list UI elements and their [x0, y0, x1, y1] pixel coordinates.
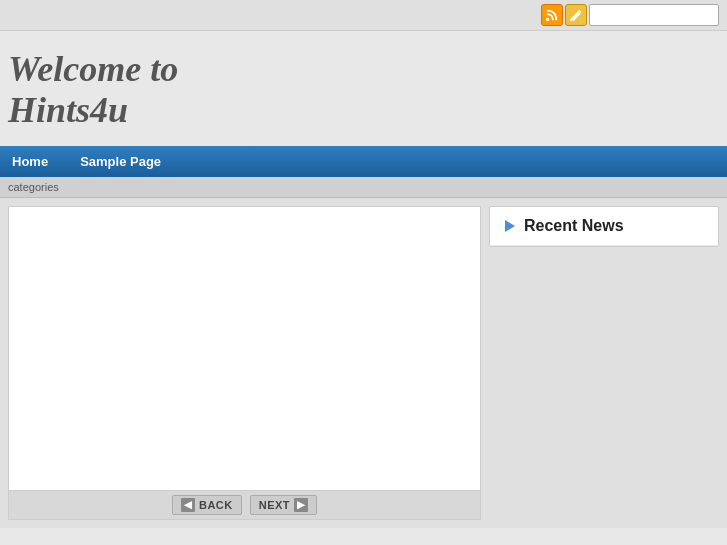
- blue-arrow-icon: [505, 220, 515, 232]
- categories-bar: categories: [0, 177, 727, 198]
- next-button[interactable]: NEXT ▶: [250, 495, 317, 515]
- main-content-box: [8, 206, 481, 491]
- site-title: Welcome to Hints4u: [8, 49, 715, 132]
- nav-item-home[interactable]: Home: [0, 146, 64, 177]
- back-button[interactable]: ◀ BACK: [172, 495, 242, 515]
- recent-news-header: Recent News: [490, 207, 718, 246]
- site-header: Welcome to Hints4u: [0, 31, 727, 146]
- nav-link-sample[interactable]: Sample Page: [64, 146, 177, 177]
- svg-point-0: [546, 18, 550, 22]
- nav-link-home[interactable]: Home: [0, 146, 64, 177]
- top-bar: 🔍: [0, 0, 727, 31]
- rss-button[interactable]: [541, 4, 563, 26]
- main-nav: Home Sample Page: [0, 146, 727, 177]
- pagination-bar: ◀ BACK NEXT ▶: [8, 491, 481, 520]
- sidebar: Recent News: [489, 206, 719, 520]
- main-panel: ◀ BACK NEXT ▶: [8, 206, 481, 520]
- recent-news-title: Recent News: [524, 217, 624, 235]
- edit-button[interactable]: [565, 4, 587, 26]
- categories-label: categories: [8, 181, 59, 193]
- search-input[interactable]: [593, 8, 727, 22]
- recent-news-icon: [502, 218, 518, 234]
- nav-item-sample[interactable]: Sample Page: [64, 146, 177, 177]
- next-arrow-icon: ▶: [294, 498, 308, 512]
- search-box[interactable]: 🔍: [589, 4, 719, 26]
- back-label: BACK: [199, 499, 233, 511]
- back-arrow-icon: ◀: [181, 498, 195, 512]
- toolbar-icons: 🔍: [541, 4, 719, 26]
- recent-news-box: Recent News: [489, 206, 719, 247]
- next-label: NEXT: [259, 499, 290, 511]
- content-wrapper: ◀ BACK NEXT ▶ Recent News: [0, 198, 727, 528]
